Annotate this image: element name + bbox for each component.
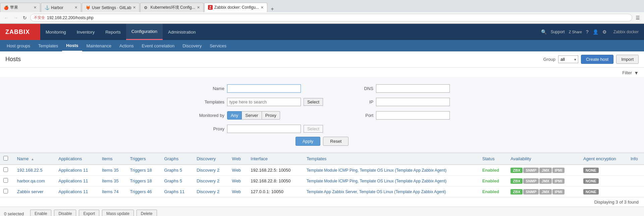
monitored-by-proxy[interactable]: Proxy	[262, 111, 280, 120]
tab-gitlab[interactable]: 🦊 User Settings · GitLab ✕	[82, 3, 140, 12]
host-applications-link-0[interactable]: Applications 11	[58, 168, 88, 173]
delete-button[interactable]: Delete	[137, 210, 157, 216]
host-discovery-link-2[interactable]: Discovery 2	[197, 189, 219, 194]
col-discovery: Discovery	[193, 153, 228, 165]
import-button[interactable]: Import	[616, 55, 639, 64]
tab-apple[interactable]: 🍎 苹果 ✕	[0, 3, 40, 12]
share-icon[interactable]: Z Share	[569, 30, 582, 34]
filter-dns-input[interactable]	[376, 84, 450, 93]
host-graphs-link-0[interactable]: Graphs 5	[164, 168, 182, 173]
reload-button[interactable]: ↻	[21, 14, 28, 21]
filter-panel: Name Templates Select Monitored by Any S…	[0, 77, 644, 153]
search-icon[interactable]: 🔍	[541, 29, 547, 35]
support-link[interactable]: Support	[551, 30, 565, 34]
host-graphs-link-1[interactable]: Graphs 5	[164, 178, 182, 183]
jmx-badge-1: JMX	[539, 178, 552, 184]
snmp-badge-0: SNMP	[523, 168, 539, 173]
table-row: 192.168.22.5 Applications 11 Items 35 Tr…	[0, 165, 644, 176]
row-select-0[interactable]	[3, 167, 8, 172]
host-name-link-1[interactable]: harbor.qa.com	[17, 178, 45, 183]
row-select-1[interactable]	[3, 178, 8, 183]
col-applications: Applications	[55, 153, 99, 165]
tab-close-apple[interactable]: ✕	[34, 5, 37, 10]
filter-col-left: Name Templates Select Monitored by Any S…	[194, 84, 323, 133]
settings-icon[interactable]: ⚙	[602, 29, 607, 35]
tab-close-kubernetes[interactable]: ✕	[197, 5, 200, 10]
nav-monitoring[interactable]: Monitoring	[40, 24, 71, 40]
availability-badges-1: ZBX SNMP JMX IPMI	[511, 178, 577, 184]
host-applications-link-2[interactable]: Applications 11	[58, 189, 88, 194]
address-bar[interactable]: 不安全 192.168.22.200/hosts.php	[30, 14, 632, 21]
mass-update-button[interactable]: Mass update	[102, 210, 134, 216]
subnav-templates[interactable]: Templates	[34, 40, 62, 51]
tab-zabbix[interactable]: Z Zabbix docker: Configu... ✕	[204, 3, 267, 12]
col-status: Status	[479, 153, 507, 165]
monitored-by-server[interactable]: Server	[242, 111, 262, 120]
create-host-button[interactable]: Create host	[581, 55, 613, 64]
help-icon[interactable]: ?	[586, 29, 589, 35]
host-web-link-0[interactable]: Web	[232, 168, 241, 173]
tab-harbor[interactable]: ⚓ Harbor ✕	[41, 3, 81, 12]
filter-proxy-input[interactable]	[227, 125, 301, 133]
forward-button[interactable]: →	[12, 14, 19, 21]
nav-administration[interactable]: Administration	[163, 24, 201, 40]
host-applications-link-1[interactable]: Applications 11	[58, 178, 88, 183]
group-select[interactable]: all	[558, 55, 578, 63]
export-button[interactable]: Export	[79, 210, 99, 216]
nav-inventory[interactable]: Inventory	[71, 24, 100, 40]
filter-reset-button[interactable]: Reset	[323, 137, 348, 146]
host-items-link-1[interactable]: Items 35	[102, 178, 119, 183]
row-checkbox-2	[0, 186, 14, 197]
row-interface-2: 127.0.0.1: 10050	[247, 186, 303, 197]
host-graphs-link-2[interactable]: Graphs 11	[164, 189, 185, 194]
col-name[interactable]: Name ▲	[14, 153, 55, 165]
host-triggers-link-1[interactable]: Triggers 18	[130, 178, 152, 183]
host-name-link-0[interactable]: 192.168.22.5	[17, 168, 43, 173]
subnav-host-groups[interactable]: Host groups	[3, 40, 34, 51]
nav-reports[interactable]: Reports	[100, 24, 126, 40]
disable-button[interactable]: Disable	[54, 210, 76, 216]
filter-templates-select-btn[interactable]: Select	[304, 98, 323, 106]
select-all-checkbox[interactable]	[3, 156, 8, 161]
host-triggers-link-2[interactable]: Triggers 46	[130, 189, 152, 194]
page-header: Hosts Group all Create host Import	[0, 51, 644, 68]
host-items-link-0[interactable]: Items 35	[102, 168, 119, 173]
subnav-event-correlation[interactable]: Event correlation	[138, 40, 179, 51]
filter-templates-input[interactable]	[227, 98, 301, 106]
host-web-link-2[interactable]: Web	[232, 189, 241, 194]
extensions-button[interactable]: ☰	[634, 14, 641, 21]
tab-close-zabbix[interactable]: ✕	[261, 5, 264, 10]
filter-proxy-select-btn[interactable]: Select	[304, 125, 323, 133]
tab-kubernetes[interactable]: ⚙ Kubernetes环境 Config... ✕	[140, 3, 203, 12]
filter-ip-input[interactable]	[376, 98, 450, 106]
subnav-services[interactable]: Services	[206, 40, 230, 51]
name-sort-icon: ▲	[31, 157, 34, 161]
host-name-link-2[interactable]: Zabbix server	[17, 189, 44, 194]
nav-configuration[interactable]: Configuration	[126, 24, 163, 40]
host-discovery-link-1[interactable]: Discovery 2	[197, 178, 219, 183]
tab-close-gitlab[interactable]: ✕	[133, 5, 136, 10]
enable-button[interactable]: Enable	[30, 210, 51, 216]
subnav-hosts[interactable]: Hosts	[62, 40, 82, 51]
subnav-discovery[interactable]: Discovery	[178, 40, 206, 51]
new-tab-button[interactable]: +	[268, 6, 276, 12]
host-items-link-2[interactable]: Items 74	[102, 189, 119, 194]
host-discovery-link-0[interactable]: Discovery 2	[197, 168, 219, 173]
back-button[interactable]: ←	[3, 14, 10, 21]
row-name-1: harbor.qa.com	[14, 176, 55, 186]
host-triggers-link-0[interactable]: Triggers 18	[130, 168, 152, 173]
host-web-link-1[interactable]: Web	[232, 178, 241, 183]
user-icon[interactable]: 👤	[593, 29, 598, 35]
filter-name-input[interactable]	[227, 84, 301, 93]
tab-close-harbor[interactable]: ✕	[74, 5, 77, 10]
zabbix-logo: ZABBIX	[0, 24, 40, 40]
filter-icon[interactable]: ▼	[634, 70, 639, 76]
filter-apply-button[interactable]: Apply	[296, 137, 321, 146]
filter-port-input[interactable]	[376, 111, 450, 120]
tab-title-harbor: Harbor	[51, 5, 73, 10]
ipmi-badge-0: IPMI	[552, 168, 565, 173]
monitored-by-any[interactable]: Any	[227, 111, 242, 120]
row-select-2[interactable]	[3, 189, 8, 193]
subnav-actions[interactable]: Actions	[115, 40, 138, 51]
subnav-maintenance[interactable]: Maintenance	[82, 40, 115, 51]
